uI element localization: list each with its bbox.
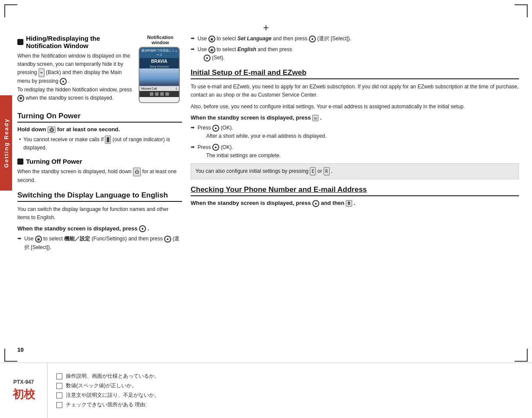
switching-body: You can switch the display language for … (17, 205, 182, 222)
notif-text: Hiding/Redisplaying the Notification Win… (17, 35, 133, 106)
main-content: Hiding/Redisplaying the Notification Win… (17, 35, 519, 357)
checking-standby: When the standby screen is displayed, pr… (191, 200, 519, 207)
switching-continued: Initial Setup of E-mail and EZweb Use ◉ … (191, 35, 519, 62)
footer-check-label: 操作説明、画面が仕様とあっているか。 (66, 373, 159, 380)
crosshair (263, 22, 269, 34)
turning-off-section: Turning Off Power When the standby scree… (17, 158, 182, 185)
switching-section: Switching the Display Language to Englis… (17, 191, 182, 252)
circle-key-icon: ● (60, 78, 67, 85)
initial-step1: Press ● (OK). After a short while, your … (191, 124, 519, 140)
bullet-icon (17, 39, 23, 45)
turning-on-title: Turning On Power (17, 112, 182, 123)
circle-icon-standby: ● (139, 225, 146, 232)
turning-on-bullet: You cannot receive or make calls if ▓ (o… (17, 136, 182, 152)
footer-kanji: 初校 (13, 387, 35, 402)
notif-caption: Notification window (139, 35, 182, 45)
hiding-title: Hiding/Redisplaying the Notification Win… (17, 35, 133, 49)
footer-left: PTX-947 初校 (0, 363, 48, 418)
footer-check-item: 数値(スペック値)が正しいか。 (56, 382, 523, 389)
circle-icon-3a: ● (204, 55, 211, 62)
footer-checkbox[interactable] (56, 383, 62, 389)
initial-setup-body1: To use e-mail and EZweb, you need to app… (191, 83, 519, 99)
phone-image-area (139, 68, 179, 86)
switching-step1: Use ◉ to select 機能／設定 (Func/Settings) an… (17, 235, 182, 251)
nav-icon-3a: ◉ (208, 46, 215, 53)
nav-key-icon: ◉ (17, 95, 24, 102)
notif-image-area: Notification window 通信料無料で待受面にニュース BRAVI… (139, 35, 182, 106)
right-column: Initial Setup of E-mail and EZweb Use ◉ … (191, 35, 519, 357)
left-column: Hiding/Redisplaying the Notification Win… (17, 35, 182, 357)
initial-step2: Press ● (OK). The initial settings are c… (191, 143, 519, 160)
range-icon: ▓ (105, 136, 111, 144)
phone-header-text: 通信料無料で待受面にニュース (139, 48, 179, 58)
turning-on-section: Turning On Power Hold down ⏻ for at leas… (17, 112, 182, 152)
phone-icon-3 (160, 92, 164, 96)
side-tab: Getting Ready (0, 95, 12, 191)
switching-step2-use: Initial Setup of E-mail and EZweb Use ◉ … (191, 35, 519, 43)
bullet-icon-2 (17, 159, 23, 165)
footer: PTX-947 初校 操作説明、画面が仕様とあっているか。数値(スペック値)が正… (0, 363, 532, 418)
circle-icon-1: ● (164, 236, 171, 243)
phone-icon-4 (165, 92, 169, 96)
nav-icon-2a: ◉ (208, 36, 215, 42)
side-tab-label: Getting Ready (3, 118, 10, 168)
switching-step3-use: Use ◉ to select English and then press ●… (191, 45, 519, 62)
footer-check-item: チェックできない箇所がある 理由: (56, 401, 523, 408)
initial-note-box: You can also configure initial settings … (191, 163, 519, 179)
footer-check-item: 操作説明、画面が仕様とあっているか。 (56, 373, 523, 380)
phone-mockup: 通信料無料で待受面にニュース BRAVIA Sony Ericsson Miss… (139, 47, 180, 103)
turning-off-title: Turning Off Power (17, 158, 182, 165)
pwr-key-icon-2: ⏻ (133, 168, 141, 176)
hiding-section: Hiding/Redisplaying the Notification Win… (17, 35, 182, 106)
phone-icon-2 (155, 92, 159, 96)
footer-checkbox[interactable] (56, 392, 62, 399)
footer-check-label: 数値(スペック値)が正しいか。 (66, 382, 137, 389)
nav-icon-1: ◉ (35, 236, 42, 243)
corner-mark-tr (515, 4, 528, 17)
ok-circle-1: ● (212, 125, 219, 132)
footer-right: 操作説明、画面が仕様とあっているか。数値(スペック値)が正しいか。注意文や説明文… (48, 363, 532, 418)
initial-setup-section: Initial Setup of E-mail and EZweb To use… (191, 68, 519, 180)
zero-key-icon: 0 (346, 200, 352, 207)
mail-key-icon: ✉ (312, 115, 318, 121)
pwr-key-icon: ⏻ (48, 126, 55, 133)
switching-title: Switching the Display Language to Englis… (17, 191, 182, 202)
phone-missed-call: Missed Call 1 (139, 86, 179, 91)
footer-code: PTX-947 (13, 379, 34, 385)
e-key-icon: E (310, 167, 316, 175)
turning-on-instruction: Hold down ⏻ for at least one second. (17, 126, 182, 133)
checking-section: Checking Your Phone Number and E-mail Ad… (191, 185, 519, 207)
corner-mark-bl (4, 349, 17, 362)
corner-mark-tl (4, 4, 17, 17)
footer-checkbox[interactable] (56, 402, 62, 408)
turning-off-body: When the standby screen is displayed, ho… (17, 168, 182, 185)
initial-standby: When the standby screen is displayed, pr… (191, 114, 519, 121)
initial-setup-title: Initial Setup of E-mail and EZweb (191, 68, 519, 79)
ok-circle-2: ● (212, 144, 219, 151)
phone-icon-bar (139, 91, 179, 97)
circle-icon-2a: ● (309, 36, 316, 42)
r-key-icon: R (324, 167, 330, 175)
back-key-icon: ⬅ (39, 68, 45, 77)
notif-section: Hiding/Redisplaying the Notification Win… (17, 35, 182, 106)
footer-check-label: チェックできない箇所がある 理由: (66, 401, 147, 408)
switching-standby: When the standby screen is displayed, pr… (17, 225, 182, 233)
phone-sub: Sony Ericsson (139, 65, 179, 68)
page-number: 10 (17, 347, 23, 353)
footer-checkbox[interactable] (56, 373, 62, 379)
initial-setup-body2: Also, before use, you need to configure … (191, 103, 519, 111)
checking-title: Checking Your Phone Number and E-mail Ad… (191, 185, 519, 196)
phone-icon-1 (150, 92, 153, 96)
checking-circle-icon: ● (312, 200, 319, 207)
footer-check-label: 注意文や説明文に誤り、不足がないか。 (66, 392, 159, 399)
hiding-body: When the Notification window is displaye… (17, 52, 133, 102)
phone-brand: BRAVIA (139, 58, 179, 65)
footer-check-item: 注意文や説明文に誤り、不足がないか。 (56, 392, 523, 399)
